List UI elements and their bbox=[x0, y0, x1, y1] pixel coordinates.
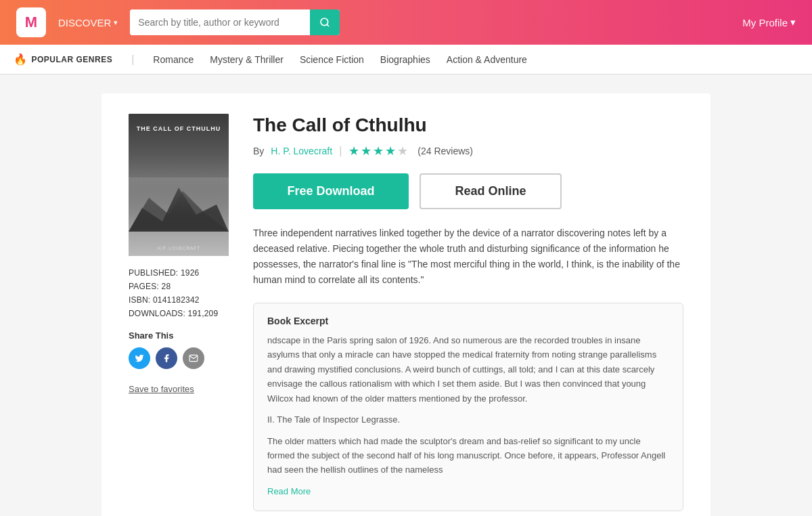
free-download-button[interactable]: Free Download bbox=[253, 173, 409, 209]
excerpt-paragraph-3: The older matters which had made the scu… bbox=[267, 434, 669, 477]
email-icon bbox=[189, 353, 198, 363]
search-bar bbox=[130, 9, 340, 35]
cover-author-text: H.P. LOVECRAFT bbox=[157, 246, 200, 251]
book-sidebar: THE CALL OF CTHULHU H.P. LOV bbox=[129, 114, 229, 511]
profile-caret-icon: ▾ bbox=[790, 16, 796, 28]
read-more-link[interactable]: Read More bbox=[267, 486, 311, 496]
header: M DISCOVER ▾ My Profile ▾ bbox=[0, 0, 812, 45]
pages-row: PAGES: 28 bbox=[129, 282, 229, 291]
chevron-down-icon: ▾ bbox=[114, 18, 118, 27]
reviews-count: (24 Reviews) bbox=[418, 146, 473, 156]
cover-art: THE CALL OF CTHULHU H.P. LOV bbox=[129, 114, 229, 256]
twitter-share-button[interactable] bbox=[129, 347, 150, 369]
svg-line-1 bbox=[327, 24, 329, 26]
author-link[interactable]: H. P. Lovecraft bbox=[271, 146, 332, 156]
book-description: Three independent narratives linked toge… bbox=[253, 225, 683, 288]
share-title: Share This bbox=[129, 330, 229, 341]
twitter-icon bbox=[135, 353, 144, 363]
read-online-button[interactable]: Read Online bbox=[420, 173, 562, 209]
action-buttons: Free Download Read Online bbox=[253, 173, 683, 209]
share-section: Share This bbox=[129, 330, 229, 369]
svg-rect-4 bbox=[129, 177, 229, 232]
logo[interactable]: M bbox=[16, 7, 46, 37]
nav-adventure[interactable]: Action & Adventure bbox=[447, 54, 527, 65]
book-main-panel: The Call of Cthulhu By H. P. Lovecraft |… bbox=[253, 114, 683, 511]
nav-biographies[interactable]: Biographies bbox=[380, 54, 430, 65]
book-title: The Call of Cthulhu bbox=[253, 114, 683, 137]
star-4: ★ bbox=[385, 144, 396, 158]
popular-genres-text: POPULAR GENRES bbox=[32, 55, 113, 64]
search-button[interactable] bbox=[310, 9, 340, 35]
nav-scifi[interactable]: Science Fiction bbox=[300, 54, 364, 65]
cover-title-text: THE CALL OF CTHULHU bbox=[131, 125, 226, 133]
navigation-bar: 🔥 POPULAR GENRES | Romance Mystery & Thr… bbox=[0, 45, 812, 74]
book-layout: THE CALL OF CTHULHU H.P. LOV bbox=[129, 114, 683, 511]
search-input[interactable] bbox=[130, 9, 310, 35]
share-icons bbox=[129, 347, 229, 369]
discover-label: DISCOVER bbox=[58, 17, 111, 28]
star-5: ★ bbox=[397, 144, 408, 158]
divider: | bbox=[339, 145, 342, 157]
facebook-icon bbox=[162, 353, 171, 363]
star-2: ★ bbox=[361, 144, 371, 158]
facebook-share-button[interactable] bbox=[156, 347, 177, 369]
star-3: ★ bbox=[373, 144, 384, 158]
popular-genres-label: 🔥 POPULAR GENRES bbox=[14, 53, 112, 66]
nav-divider: | bbox=[131, 53, 134, 66]
email-share-button[interactable] bbox=[183, 347, 204, 369]
published-row: PUBLISHED: 1926 bbox=[129, 268, 229, 278]
excerpt-box: Book Excerpt ndscape in the Paris spring… bbox=[253, 303, 683, 511]
by-label: By bbox=[253, 146, 264, 156]
profile-label: My Profile bbox=[742, 17, 788, 28]
nav-mystery[interactable]: Mystery & Thriller bbox=[210, 54, 284, 65]
save-favorites-button[interactable]: Save to favorites bbox=[129, 384, 194, 394]
downloads-row: DOWNLOADS: 191,209 bbox=[129, 309, 229, 318]
header-left: M DISCOVER ▾ bbox=[16, 7, 340, 37]
star-1: ★ bbox=[348, 144, 359, 158]
search-icon bbox=[319, 17, 330, 28]
flame-icon: 🔥 bbox=[14, 53, 28, 66]
svg-point-0 bbox=[321, 18, 328, 26]
book-cover: THE CALL OF CTHULHU H.P. LOV bbox=[129, 114, 229, 256]
excerpt-text: ndscape in the Paris spring salon of 192… bbox=[267, 333, 669, 498]
cover-mountain-illustration bbox=[129, 177, 229, 232]
excerpt-paragraph-2: II. The Tale of Inspector Legrasse. bbox=[267, 412, 669, 427]
main-content: THE CALL OF CTHULHU H.P. LOV bbox=[102, 93, 710, 516]
star-rating: ★ ★ ★ ★ ★ bbox=[348, 144, 408, 158]
excerpt-paragraph-1: ndscape in the Paris spring salon of 192… bbox=[267, 333, 669, 406]
profile-button[interactable]: My Profile ▾ bbox=[742, 16, 796, 28]
book-author-row: By H. P. Lovecraft | ★ ★ ★ ★ ★ (24 Revie… bbox=[253, 144, 683, 158]
logo-letter: M bbox=[25, 14, 37, 31]
discover-button[interactable]: DISCOVER ▾ bbox=[58, 17, 118, 28]
excerpt-title: Book Excerpt bbox=[267, 316, 669, 326]
isbn-row: ISBN: 0141182342 bbox=[129, 295, 229, 305]
book-metadata: PUBLISHED: 1926 PAGES: 28 ISBN: 01411823… bbox=[129, 268, 229, 318]
nav-romance[interactable]: Romance bbox=[153, 54, 194, 65]
